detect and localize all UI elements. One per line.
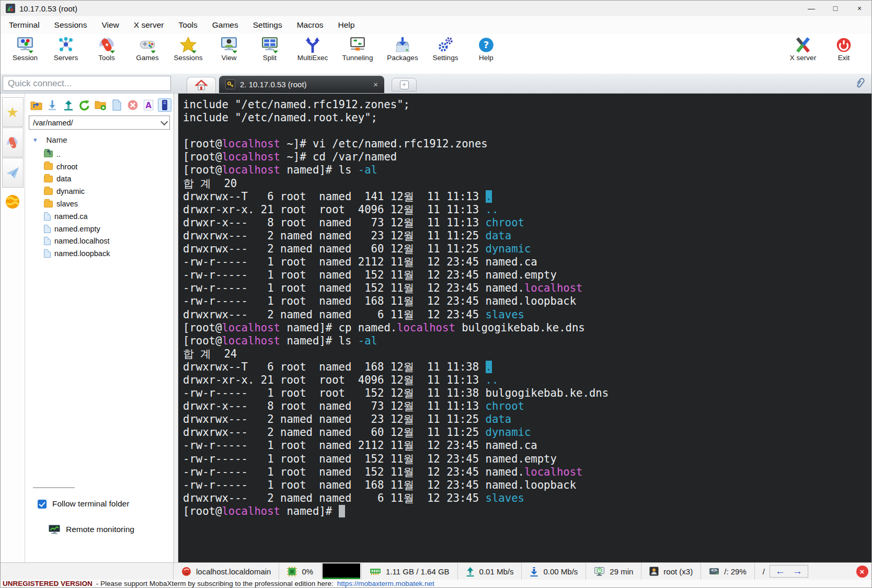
tree-item[interactable]: .. bbox=[25, 148, 174, 160]
xserver-icon bbox=[794, 37, 812, 53]
new-tab-button[interactable]: + bbox=[392, 78, 417, 91]
quick-connect-input[interactable] bbox=[3, 76, 171, 91]
terminal-line: 합 계 24 bbox=[183, 348, 871, 361]
tree-item[interactable]: named.ca bbox=[25, 210, 174, 223]
upload-button[interactable] bbox=[62, 98, 75, 112]
toolbar-split-button[interactable]: Split bbox=[249, 37, 290, 62]
menu-macros[interactable]: Macros bbox=[290, 20, 331, 30]
toggle-panel-button[interactable] bbox=[158, 98, 171, 112]
terminal-line: -rw-r----- 1 root named 152 11월 12 23:45… bbox=[183, 269, 871, 282]
plus-icon: + bbox=[400, 80, 409, 89]
toolbar-packages-button[interactable]: Packages bbox=[380, 37, 425, 62]
tree-item[interactable]: named.loopback bbox=[25, 247, 174, 260]
toolbar-settings-button[interactable]: Settings bbox=[425, 37, 466, 62]
svg-text:A: A bbox=[146, 101, 152, 110]
remote-monitoring-button[interactable]: Remote monitoring bbox=[48, 524, 134, 535]
toolbar-exit-button[interactable]: Exit bbox=[823, 37, 864, 62]
status-user: root (x3) bbox=[641, 563, 701, 580]
path-dropdown[interactable]: /var/named/ bbox=[29, 116, 170, 130]
toolbar-help-button[interactable]: ? Help bbox=[466, 37, 507, 62]
dock-sessions-tab[interactable]: ★ bbox=[2, 97, 24, 127]
tree-item[interactable]: slaves bbox=[25, 198, 174, 210]
menu-help[interactable]: Help bbox=[331, 20, 362, 30]
minimize-button[interactable]: — bbox=[799, 1, 823, 16]
tree-item-label: dynamic bbox=[56, 187, 85, 195]
dock-macros-tab[interactable] bbox=[2, 158, 24, 188]
toolbar-session-button[interactable]: Session bbox=[5, 37, 45, 62]
terminal-line: drwxrwx--- 2 named named 23 12월 11 11:25… bbox=[183, 413, 871, 426]
terminal-line: include "/etc/named.root.key"; bbox=[183, 111, 871, 124]
toolbar-label: Servers bbox=[54, 54, 78, 62]
delete-button[interactable] bbox=[126, 98, 140, 112]
attachment-paperclip-icon[interactable] bbox=[854, 76, 866, 92]
download-button[interactable] bbox=[46, 98, 60, 112]
file-icon bbox=[44, 225, 51, 233]
close-circle-icon: × bbox=[856, 566, 868, 578]
follow-terminal-folder-option[interactable]: Follow terminal folder bbox=[38, 499, 129, 509]
sort-desc-icon: ▾ bbox=[33, 136, 37, 144]
mobaxterm-logo-icon bbox=[6, 4, 15, 13]
menu-x-server[interactable]: X server bbox=[127, 20, 171, 30]
toolbar-view-button[interactable]: View bbox=[209, 37, 249, 62]
terminal-line: -rw-r----- 1 root named 2112 11월 12 23:4… bbox=[183, 256, 871, 269]
folder-icon bbox=[44, 176, 53, 182]
toolbar-servers-button[interactable]: Servers bbox=[45, 37, 86, 62]
toolbar-multiexec-button[interactable]: MultiExec bbox=[290, 37, 335, 62]
tree-item-label: named.ca bbox=[54, 212, 88, 221]
dock-tools-tab[interactable] bbox=[2, 128, 24, 157]
terminal-output[interactable]: include "/etc/named.rfc1912.zones";inclu… bbox=[178, 94, 871, 562]
toolbar-games-button[interactable]: Games bbox=[127, 37, 168, 62]
paper-plane-icon bbox=[5, 166, 20, 180]
terminal-scrollbar[interactable] bbox=[174, 94, 178, 562]
remote-monitoring-icon bbox=[48, 524, 61, 535]
menu-tools[interactable]: Tools bbox=[171, 20, 205, 30]
toolbar-sessions-button[interactable]: Sessions bbox=[168, 37, 209, 62]
status-host: localhost.localdomain bbox=[174, 563, 279, 580]
sidebar-splitter-handle[interactable] bbox=[33, 487, 75, 488]
tree-item[interactable]: named.empty bbox=[25, 223, 174, 235]
menu-view[interactable]: View bbox=[94, 20, 126, 30]
active-session-tab[interactable]: 2. 10.17.0.53 (root) × bbox=[219, 76, 384, 93]
new-file-button[interactable] bbox=[110, 98, 123, 112]
tree-item[interactable]: data bbox=[25, 173, 174, 186]
app-window: 10.17.0.53 (root) — □ × Terminal Session… bbox=[0, 0, 872, 588]
terminal-line: -rw-r----- 1 root named 152 11월 12 23:45… bbox=[183, 466, 871, 479]
footer-message: - Please support MobaXterm by subscribin… bbox=[96, 580, 334, 588]
tree-item[interactable]: dynamic bbox=[25, 185, 174, 198]
path-value: /var/named/ bbox=[33, 119, 73, 127]
rename-text-button[interactable]: A bbox=[142, 98, 156, 112]
toolbar-tunneling-button[interactable]: Tunneling bbox=[335, 37, 380, 62]
nav-back-icon[interactable]: ← bbox=[775, 566, 785, 577]
menu-games[interactable]: Games bbox=[205, 20, 246, 30]
tree-item[interactable]: named.localhost bbox=[25, 235, 174, 248]
menu-terminal[interactable]: Terminal bbox=[2, 20, 47, 30]
terminal-line: drwxr-x--- 8 root named 73 12월 11 11:13 … bbox=[183, 216, 871, 229]
cpu-label: 0% bbox=[302, 567, 313, 576]
close-button[interactable]: × bbox=[847, 1, 871, 16]
toolbar-tools-button[interactable]: Tools bbox=[86, 37, 127, 62]
status-close-button[interactable]: × bbox=[853, 563, 871, 580]
home-icon bbox=[195, 79, 208, 91]
tree-header[interactable]: ▾ Name bbox=[25, 130, 174, 148]
mobatek-link[interactable]: https://mobaxterm.mobatek.net bbox=[337, 580, 434, 588]
menu-settings[interactable]: Settings bbox=[246, 20, 290, 30]
terminal-line: drwxrwx--T 6 root named 141 12월 11 11:13… bbox=[183, 190, 871, 203]
new-folder-button[interactable] bbox=[94, 98, 108, 112]
tab-close-icon[interactable]: × bbox=[373, 80, 378, 89]
terminal-line: drwxrwx--- 2 named named 23 12월 11 11:25… bbox=[183, 229, 871, 243]
home-tab[interactable] bbox=[187, 77, 216, 93]
menu-sessions[interactable]: Sessions bbox=[47, 20, 95, 30]
nav-forward-icon[interactable]: → bbox=[793, 566, 802, 577]
ram-icon bbox=[370, 567, 381, 576]
follow-terminal-folder-checkbox[interactable] bbox=[38, 500, 47, 509]
user-label: root (x3) bbox=[663, 567, 693, 576]
globe-icon[interactable] bbox=[5, 194, 20, 212]
toolbar-xserver-button[interactable]: X server bbox=[783, 37, 823, 62]
tree-item[interactable]: chroot bbox=[25, 160, 174, 173]
go-up-folder-button[interactable] bbox=[30, 98, 43, 112]
download-arrow-icon bbox=[530, 567, 538, 577]
refresh-button[interactable] bbox=[78, 98, 91, 112]
tree-item-label: slaves bbox=[56, 200, 78, 208]
terminal-line: drwxrwx--- 2 named named 6 11월 12 23:45 … bbox=[183, 308, 871, 321]
maximize-button[interactable]: □ bbox=[823, 1, 847, 16]
